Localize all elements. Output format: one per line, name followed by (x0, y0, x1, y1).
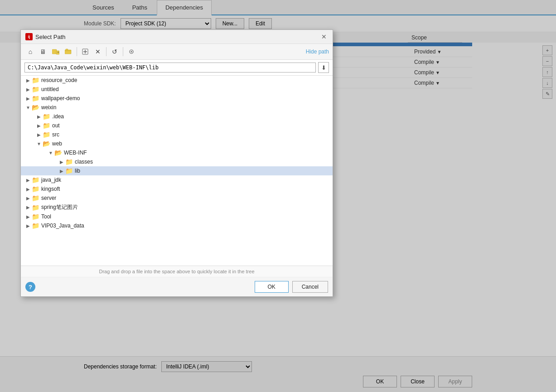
dialog-bottom-bar: ? OK Cancel (21, 277, 333, 296)
tree-arrow-lib: ▶ (58, 169, 65, 174)
tree-item-spring-notes[interactable]: ▶ 📁 spring笔记图片 (21, 203, 333, 212)
tree-label-web: web (52, 140, 62, 147)
tree-arrow-web: ▼ (35, 141, 43, 146)
folder-icon-vip03: 📁 (32, 222, 39, 229)
tree-arrow-resource-code: ▶ (24, 78, 32, 83)
dialog-cancel-button[interactable]: Cancel (292, 281, 328, 293)
dialog-title-text: Select Path (35, 34, 66, 40)
dialog-title-area: ij Select Path (25, 33, 66, 40)
download-button[interactable]: ⬇ (318, 62, 329, 73)
folder-icon-spring-notes: 📁 (32, 204, 39, 211)
tree-arrow-idea: ▶ (35, 114, 43, 119)
tree-arrow-spring-notes: ▶ (24, 205, 32, 210)
folder-icon-untitled: 📁 (32, 86, 39, 93)
refresh-btn[interactable]: ↺ (109, 46, 121, 57)
svg-rect-4 (66, 49, 68, 50)
folder-icon-idea: 📁 (43, 113, 50, 120)
tree-label-classes: classes (75, 159, 93, 165)
folder-icon-classes: 📁 (65, 158, 73, 165)
toolbar-sep-1 (77, 47, 77, 56)
folder-icon-server: 📁 (32, 194, 39, 202)
tree-arrow-webinf: ▼ (47, 150, 54, 155)
file-tree[interactable]: ▶ 📁 resource_code ▶ 📁 untitled ▶ 📁 wallp… (21, 76, 333, 266)
svg-text:+: + (57, 50, 59, 54)
tree-item-classes[interactable]: ▶ 📁 classes (21, 157, 333, 166)
dialog-titlebar: ij Select Path ✕ (21, 30, 333, 44)
tree-item-weixin[interactable]: ▼ 📂 weixin (21, 103, 333, 112)
tree-arrow-server: ▶ (24, 196, 32, 201)
tree-item-vip03[interactable]: ▶ 📁 VIP03_Java_data (21, 221, 333, 230)
folder-icon-src: 📁 (43, 131, 50, 138)
tree-label-out: out (52, 122, 60, 129)
drag-drop-hint: Drag and drop a file into the space abov… (21, 266, 333, 277)
tree-item-idea[interactable]: ▶ 📁 .idea (21, 112, 333, 121)
tree-label-src: src (52, 131, 59, 138)
pin-btn[interactable] (126, 46, 137, 57)
toolbar-sep-3 (123, 47, 123, 56)
expand-all-btn[interactable] (79, 46, 91, 57)
tree-arrow-out: ▶ (35, 123, 43, 128)
select-path-dialog: ij Select Path ✕ ⌂ 🖥 + (20, 29, 333, 297)
folder-icon-wallpaper-demo: 📁 (32, 95, 39, 102)
svg-point-9 (131, 51, 132, 53)
tree-label-weixin: weixin (41, 104, 56, 111)
clear-btn[interactable]: ✕ (92, 46, 104, 57)
folder-icon-java-jdk: 📁 (32, 176, 39, 184)
dialog-close-button[interactable]: ✕ (320, 33, 328, 41)
dialog-action-buttons: OK Cancel (255, 281, 328, 293)
folder-icon-lib: 📁 (65, 167, 73, 174)
tree-label-server: server (41, 195, 56, 201)
tree-item-java-jdk[interactable]: ▶ 📁 java_jdk (21, 175, 333, 184)
tree-item-resource-code[interactable]: ▶ 📁 resource_code (21, 76, 333, 85)
dialog-ok-button[interactable]: OK (255, 281, 289, 293)
folder-icon-webinf: 📂 (54, 149, 62, 156)
tree-arrow-tool: ▶ (24, 214, 32, 219)
folder-icon-kingsoft: 📁 (32, 185, 39, 193)
tree-label-java-jdk: java_jdk (41, 177, 61, 183)
folder-icon-resource-code: 📁 (32, 77, 39, 84)
tree-arrow-java-jdk: ▶ (24, 178, 32, 183)
tree-label-lib: lib (75, 168, 80, 174)
tree-label-tool: Tool (41, 213, 51, 220)
toolbar-sep-2 (106, 47, 106, 56)
tree-item-lib[interactable]: ▶ 📁 lib (21, 166, 333, 175)
intellij-logo: ij (25, 33, 33, 40)
new-folder-btn[interactable]: + (50, 46, 62, 57)
tree-arrow-weixin: ▼ (24, 105, 32, 110)
tree-item-src[interactable]: ▶ 📁 src (21, 130, 333, 139)
desktop-btn[interactable]: 🖥 (37, 46, 49, 57)
tree-label-kingsoft: kingsoft (41, 186, 60, 192)
dialog-toolbar: ⌂ 🖥 + ✕ ↺ (21, 44, 333, 60)
tree-label-vip03: VIP03_Java_data (41, 223, 84, 229)
path-input[interactable] (24, 63, 316, 73)
tree-item-kingsoft[interactable]: ▶ 📁 kingsoft (21, 184, 333, 194)
tree-item-out[interactable]: ▶ 📁 out (21, 121, 333, 130)
svg-rect-0 (52, 49, 57, 54)
tree-arrow-classes: ▶ (58, 160, 65, 165)
help-button[interactable]: ? (25, 282, 35, 292)
folder-icon-tool: 📁 (32, 213, 39, 220)
path-input-row: ⬇ (21, 60, 333, 76)
tree-item-server[interactable]: ▶ 📁 server (21, 194, 333, 203)
tree-arrow-wallpaper-demo: ▶ (24, 96, 32, 101)
tree-label-idea: .idea (52, 113, 64, 120)
hide-path-link[interactable]: Hide path (306, 48, 329, 55)
tree-item-wallpaper-demo[interactable]: ▶ 📁 wallpaper-demo (21, 94, 333, 103)
folder-icon-weixin: 📂 (32, 104, 39, 111)
home-btn[interactable]: ⌂ (24, 46, 36, 57)
svg-rect-3 (65, 50, 71, 54)
tree-label-resource-code: resource_code (41, 77, 77, 83)
tree-arrow-untitled: ▶ (24, 87, 32, 92)
tree-label-untitled: untitled (41, 86, 59, 92)
folder-icon-out: 📁 (43, 122, 50, 129)
tree-item-tool[interactable]: ▶ 📁 Tool (21, 212, 333, 221)
tree-item-web[interactable]: ▼ 📂 web (21, 139, 333, 148)
tree-label-webinf: WEB-INF (64, 150, 87, 156)
tree-label-wallpaper-demo: wallpaper-demo (41, 95, 80, 102)
tree-item-webinf[interactable]: ▼ 📂 WEB-INF (21, 148, 333, 157)
folder-open-btn[interactable] (63, 46, 74, 57)
tree-label-spring-notes: spring笔记图片 (41, 203, 78, 211)
tree-arrow-vip03: ▶ (24, 223, 32, 228)
tree-item-untitled[interactable]: ▶ 📁 untitled (21, 85, 333, 94)
tree-arrow-src: ▶ (35, 132, 43, 137)
